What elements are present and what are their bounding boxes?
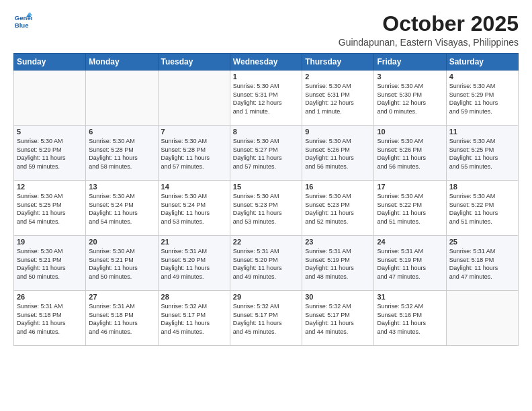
day-info: Sunrise: 5:30 AM Sunset: 5:30 PM Dayligh… [377,82,443,116]
day-info: Sunrise: 5:30 AM Sunset: 5:26 PM Dayligh… [377,137,443,171]
day-number: 23 [305,238,371,246]
day-info: Sunrise: 5:30 AM Sunset: 5:28 PM Dayligh… [89,137,154,171]
calendar-cell: 21Sunrise: 5:31 AM Sunset: 5:20 PM Dayli… [158,236,230,291]
day-number: 25 [449,238,515,246]
calendar-cell: 4Sunrise: 5:30 AM Sunset: 5:29 PM Daylig… [446,71,518,126]
calendar-cell: 27Sunrise: 5:31 AM Sunset: 5:18 PM Dayli… [86,291,158,346]
day-number: 6 [89,128,154,136]
day-info: Sunrise: 5:30 AM Sunset: 5:24 PM Dayligh… [89,192,154,226]
day-info: Sunrise: 5:32 AM Sunset: 5:17 PM Dayligh… [233,302,299,336]
calendar-cell: 6Sunrise: 5:30 AM Sunset: 5:28 PM Daylig… [86,126,158,181]
calendar-cell: 2Sunrise: 5:30 AM Sunset: 5:31 PM Daylig… [302,71,374,126]
calendar-cell: 16Sunrise: 5:30 AM Sunset: 5:23 PM Dayli… [302,181,374,236]
day-info: Sunrise: 5:32 AM Sunset: 5:17 PM Dayligh… [161,302,227,336]
day-number: 1 [233,73,299,81]
day-number: 10 [377,128,443,136]
month-title: October 2025 [339,12,519,36]
day-info: Sunrise: 5:30 AM Sunset: 5:31 PM Dayligh… [305,82,371,116]
day-info: Sunrise: 5:31 AM Sunset: 5:19 PM Dayligh… [377,247,443,281]
header-friday: Friday [374,54,446,71]
day-info: Sunrise: 5:30 AM Sunset: 5:29 PM Dayligh… [17,137,83,171]
day-number: 17 [377,183,443,191]
calendar-cell: 10Sunrise: 5:30 AM Sunset: 5:26 PM Dayli… [374,126,446,181]
day-info: Sunrise: 5:32 AM Sunset: 5:16 PM Dayligh… [377,302,443,336]
page-header: General Blue October 2025 Guindapunan, E… [13,12,519,48]
day-number: 8 [233,128,299,136]
day-info: Sunrise: 5:30 AM Sunset: 5:22 PM Dayligh… [449,192,515,226]
day-number: 4 [449,73,515,81]
day-info: Sunrise: 5:31 AM Sunset: 5:18 PM Dayligh… [89,302,154,336]
week-row-1: 5Sunrise: 5:30 AM Sunset: 5:29 PM Daylig… [14,126,519,181]
day-info: Sunrise: 5:31 AM Sunset: 5:19 PM Dayligh… [305,247,371,281]
day-number: 30 [305,293,371,301]
day-info: Sunrise: 5:31 AM Sunset: 5:20 PM Dayligh… [161,247,227,281]
day-info: Sunrise: 5:30 AM Sunset: 5:25 PM Dayligh… [449,137,515,171]
header-sunday: Sunday [14,54,86,71]
day-number: 20 [89,238,154,246]
logo-icon: General Blue [13,12,32,31]
location-subtitle: Guindapunan, Eastern Visayas, Philippine… [339,37,519,48]
day-number: 21 [161,238,227,246]
title-block: October 2025 Guindapunan, Eastern Visaya… [339,12,519,48]
calendar-cell: 7Sunrise: 5:30 AM Sunset: 5:28 PM Daylig… [158,126,230,181]
calendar-cell: 31Sunrise: 5:32 AM Sunset: 5:16 PM Dayli… [374,291,446,346]
calendar-cell: 29Sunrise: 5:32 AM Sunset: 5:17 PM Dayli… [230,291,302,346]
day-number: 2 [305,73,371,81]
calendar-cell: 5Sunrise: 5:30 AM Sunset: 5:29 PM Daylig… [14,126,86,181]
day-number: 12 [17,183,83,191]
calendar-cell: 28Sunrise: 5:32 AM Sunset: 5:17 PM Dayli… [158,291,230,346]
week-row-2: 12Sunrise: 5:30 AM Sunset: 5:25 PM Dayli… [14,181,519,236]
day-info: Sunrise: 5:30 AM Sunset: 5:23 PM Dayligh… [305,192,371,226]
calendar-cell: 14Sunrise: 5:30 AM Sunset: 5:24 PM Dayli… [158,181,230,236]
day-info: Sunrise: 5:31 AM Sunset: 5:18 PM Dayligh… [17,302,83,336]
day-number: 15 [233,183,299,191]
calendar-cell: 26Sunrise: 5:31 AM Sunset: 5:18 PM Dayli… [14,291,86,346]
day-number: 3 [377,73,443,81]
day-number: 18 [449,183,515,191]
calendar-cell: 17Sunrise: 5:30 AM Sunset: 5:22 PM Dayli… [374,181,446,236]
header-row: SundayMondayTuesdayWednesdayThursdayFrid… [14,54,519,71]
calendar-table: SundayMondayTuesdayWednesdayThursdayFrid… [13,53,519,346]
calendar-cell: 20Sunrise: 5:30 AM Sunset: 5:21 PM Dayli… [86,236,158,291]
header-wednesday: Wednesday [230,54,302,71]
calendar-cell: 30Sunrise: 5:32 AM Sunset: 5:17 PM Dayli… [302,291,374,346]
calendar-cell: 22Sunrise: 5:31 AM Sunset: 5:20 PM Dayli… [230,236,302,291]
day-info: Sunrise: 5:30 AM Sunset: 5:29 PM Dayligh… [449,82,515,116]
day-info: Sunrise: 5:31 AM Sunset: 5:18 PM Dayligh… [449,247,515,281]
svg-text:Blue: Blue [15,21,29,29]
calendar-cell: 19Sunrise: 5:30 AM Sunset: 5:21 PM Dayli… [14,236,86,291]
day-info: Sunrise: 5:30 AM Sunset: 5:25 PM Dayligh… [17,192,83,226]
logo: General Blue [13,12,32,31]
day-info: Sunrise: 5:30 AM Sunset: 5:21 PM Dayligh… [17,247,83,281]
day-info: Sunrise: 5:30 AM Sunset: 5:26 PM Dayligh… [305,137,371,171]
day-number: 9 [305,128,371,136]
calendar-cell: 8Sunrise: 5:30 AM Sunset: 5:27 PM Daylig… [230,126,302,181]
calendar-cell: 23Sunrise: 5:31 AM Sunset: 5:19 PM Dayli… [302,236,374,291]
calendar-cell: 15Sunrise: 5:30 AM Sunset: 5:23 PM Dayli… [230,181,302,236]
header-saturday: Saturday [446,54,518,71]
calendar-cell: 25Sunrise: 5:31 AM Sunset: 5:18 PM Dayli… [446,236,518,291]
day-number: 5 [17,128,83,136]
day-info: Sunrise: 5:30 AM Sunset: 5:31 PM Dayligh… [233,82,299,116]
week-row-3: 19Sunrise: 5:30 AM Sunset: 5:21 PM Dayli… [14,236,519,291]
day-number: 16 [305,183,371,191]
day-number: 14 [161,183,227,191]
calendar-cell: 13Sunrise: 5:30 AM Sunset: 5:24 PM Dayli… [86,181,158,236]
day-number: 7 [161,128,227,136]
calendar-cell [86,71,158,126]
day-number: 27 [89,293,154,301]
header-monday: Monday [86,54,158,71]
calendar-cell: 9Sunrise: 5:30 AM Sunset: 5:26 PM Daylig… [302,126,374,181]
day-number: 24 [377,238,443,246]
calendar-cell [14,71,86,126]
day-info: Sunrise: 5:30 AM Sunset: 5:23 PM Dayligh… [233,192,299,226]
calendar-cell [158,71,230,126]
day-number: 28 [161,293,227,301]
day-number: 19 [17,238,83,246]
header-tuesday: Tuesday [158,54,230,71]
calendar-cell [446,291,518,346]
day-info: Sunrise: 5:31 AM Sunset: 5:20 PM Dayligh… [233,247,299,281]
calendar-cell: 12Sunrise: 5:30 AM Sunset: 5:25 PM Dayli… [14,181,86,236]
day-info: Sunrise: 5:30 AM Sunset: 5:22 PM Dayligh… [377,192,443,226]
day-info: Sunrise: 5:30 AM Sunset: 5:27 PM Dayligh… [233,137,299,171]
